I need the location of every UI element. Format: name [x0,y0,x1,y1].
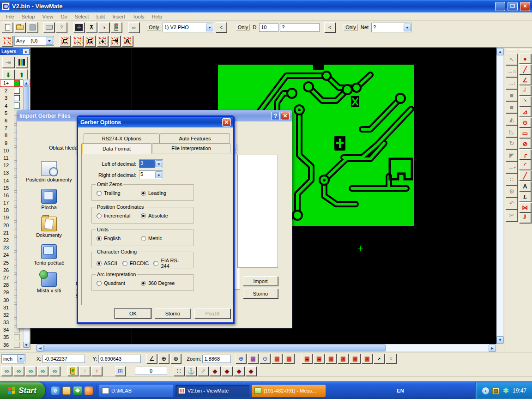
radio-icon[interactable] [97,213,102,218]
internet-explorer-icon[interactable]: e [51,387,60,395]
context-help-button[interactable]: ? [56,22,67,33]
gerber-cancel-button[interactable]: Storno [155,308,191,319]
selection-filter-button[interactable] [2,36,13,46]
origin-button[interactable]: ⊕ [158,354,169,363]
firefox-icon[interactable] [85,387,93,395]
dimension-tool[interactable]: ⋈ [519,202,531,212]
view-pads-button[interactable]: ∞ [25,366,36,376]
draw-sketch-tool[interactable]: ╱ [519,170,531,181]
net-combo[interactable]: ? [371,23,412,32]
right-of-decimal-combo[interactable]: 5 [139,170,163,179]
move-tool[interactable]: →▪ [506,162,518,173]
move-origin-tool[interactable]: →○ [506,66,518,77]
tab-auto-features[interactable]: Auto Features [160,133,230,143]
shear-tool[interactable]: ◺ [506,126,518,137]
view-all-button[interactable]: ∞ [1,366,12,376]
cut-tool[interactable]: ✂ [506,210,518,221]
aperture-list-button[interactable]: ✛ [73,22,85,33]
grid-a-button[interactable]: ▦ [272,354,282,363]
text-tool[interactable]: A [519,181,531,191]
undo-tool[interactable]: ↶ [506,198,518,209]
radio-option[interactable]: Incremental [97,213,139,218]
layers-panel-titlebar[interactable]: Layers x [0,48,30,55]
draw-circle-tool[interactable]: ⊙ [519,117,531,127]
only-dcode-toggle[interactable]: Only [236,24,250,30]
import-button[interactable]: Import [243,276,278,286]
view-options-button[interactable]: ∞ [128,22,139,33]
dcode-input[interactable] [259,23,278,32]
scroll-left-icon[interactable]: ◄ [36,345,44,352]
radio-icon[interactable] [141,191,146,196]
route-corner-tool[interactable]: ┚ [519,213,531,223]
import-dialog-close-button[interactable]: ✕ [281,112,290,120]
layer-color-swatch[interactable] [14,342,20,348]
chevron-down-icon[interactable] [155,160,162,167]
apply-button[interactable]: Použít [194,308,230,319]
menu-item[interactable]: View [39,13,56,20]
film-colors-button[interactable] [111,22,122,33]
tools-setup-button[interactable]: ⊼ [86,22,97,33]
dcode-query-input[interactable] [280,23,320,32]
angle-measure-button[interactable]: ∠ [146,354,157,363]
radio-option[interactable]: Metric [141,236,183,241]
minimize-button[interactable]: _ [495,2,505,11]
radio-icon[interactable] [141,236,146,241]
dcode-style-2-button[interactable]: ◆ [222,366,232,376]
view-lines-button[interactable]: ∞ [13,366,24,376]
toolbar-grip[interactable] [520,49,530,52]
resize-window-button[interactable]: ↗ [374,354,384,363]
draw-ellipse-tool[interactable]: ⊘ [519,139,531,149]
radio-icon[interactable] [141,213,146,218]
menu-item[interactable]: Go [57,13,71,20]
rotate-tool[interactable]: ↻ [506,138,518,149]
open-file-button[interactable] [14,22,25,33]
tray-messenger-icon[interactable]: ▤ [492,387,499,394]
endpoints-filter-button[interactable]: ⇥ [109,36,121,46]
view-sketch-button[interactable]: ∞ [49,366,60,376]
x-coordinate-field[interactable] [42,355,85,363]
menu-item[interactable]: Insert [109,13,128,20]
radio-icon[interactable] [122,261,127,266]
task-explorer-mlab[interactable]: D:\MLAB [99,385,173,397]
place-my-computer[interactable]: Tento počítač [23,244,75,266]
menu-item[interactable]: Setup [18,13,38,20]
pan-down-button[interactable]: ▦ ↓ [326,354,336,363]
scroll-right-icon[interactable]: ► [489,345,496,352]
previous-layer-button[interactable]: < [216,22,227,32]
zoom-in-button[interactable]: ⊕ [236,354,246,363]
layer-color-swatch[interactable] [14,103,20,109]
view-traces-button[interactable]: ∞ [37,366,48,376]
dcode-style-1-button[interactable]: ◆ [210,366,220,376]
language-indicator[interactable]: EN [392,388,408,393]
grid-b-button[interactable]: ▦ [284,354,294,363]
layer-color-swatch[interactable] [14,95,20,101]
task-messenger[interactable]: [191-482-091] - Mess... [252,385,326,397]
tray-chevron-icon[interactable]: ‹ [482,387,489,394]
chevron-down-icon[interactable] [46,37,53,45]
chevron-down-icon[interactable] [17,355,24,363]
pan-up-button[interactable]: ▦ ↑ [338,354,348,363]
green-app-icon[interactable]: ❖ [73,387,82,395]
radio-option[interactable]: ASCII [97,258,116,269]
snap-origin-button[interactable]: ⊛ [170,354,181,363]
array-tool[interactable]: ∷ [506,174,518,185]
place-recent-documents[interactable]: Poslední dokumenty [23,161,75,182]
radio-option[interactable]: Leading [141,190,183,196]
chevron-down-icon[interactable] [404,24,411,31]
y-coordinate-field[interactable] [98,355,141,363]
taskbar-clock[interactable]: 19:47 [513,387,526,394]
selected-files-listbox[interactable] [237,155,278,268]
chevron-down-icon[interactable] [206,24,213,31]
dialog-help-button[interactable]: ? [271,112,280,120]
radio-icon[interactable] [97,261,102,266]
unit-combo[interactable]: inch [1,354,25,363]
dcode-style-4-button[interactable]: ◆ [246,366,256,376]
layer-color-swatch[interactable] [14,80,20,86]
import-cancel-button[interactable]: Storno [243,289,278,298]
scale-tool[interactable]: ◤ [506,150,518,161]
gerber-filter-button[interactable]: G [85,36,96,46]
radio-icon[interactable] [97,281,102,286]
local-text-tool[interactable]: L [519,192,531,202]
tab-rs274x-options[interactable]: RS274-X Options [84,133,160,143]
vertical-scrollbar[interactable]: ▲ ▼ [496,48,504,344]
